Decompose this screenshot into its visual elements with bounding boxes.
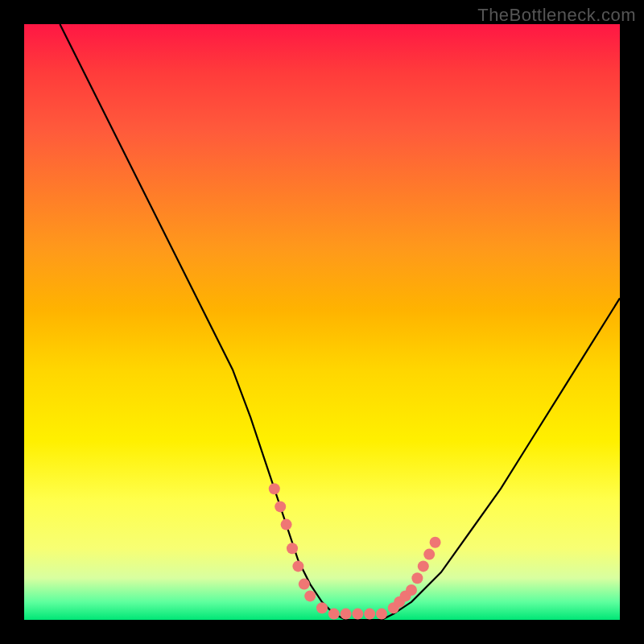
highlight-dot	[352, 609, 363, 620]
highlight-dot	[406, 584, 417, 596]
chart-frame: TheBottleneck.com	[0, 0, 644, 644]
highlight-dot	[292, 560, 303, 572]
highlight-dot	[304, 590, 316, 601]
chart-svg	[24, 24, 620, 620]
bottleneck-curve	[60, 24, 620, 620]
highlight-dot	[275, 501, 286, 512]
highlight-dot	[376, 609, 387, 620]
watermark-text: TheBottleneck.com	[477, 5, 636, 26]
highlight-dot	[430, 537, 441, 548]
highlight-dot	[281, 519, 292, 530]
highlight-dot	[328, 609, 340, 620]
highlight-dot	[269, 483, 280, 494]
highlight-dot	[418, 560, 429, 572]
highlight-dot	[411, 572, 423, 584]
highlight-dot	[287, 543, 298, 554]
highlight-dot	[316, 602, 328, 613]
highlight-dot	[341, 609, 352, 620]
highlight-dot	[299, 579, 310, 590]
highlight-dot	[423, 549, 435, 560]
highlight-dot	[364, 609, 375, 620]
plot-area	[24, 24, 620, 620]
